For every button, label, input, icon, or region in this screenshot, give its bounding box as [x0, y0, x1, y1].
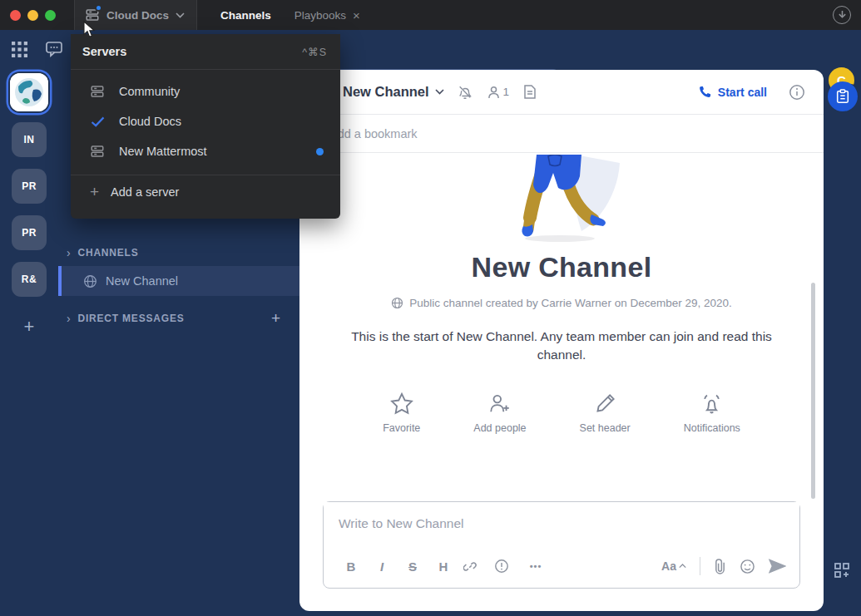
tab-channels-label: Channels: [220, 9, 271, 22]
team-tile-pr1[interactable]: PR: [12, 169, 47, 204]
menu-item-new-mattermost[interactable]: New Mattermost: [71, 136, 340, 166]
bookmark-bar[interactable]: Add a bookmark: [299, 115, 824, 153]
attach-file-button[interactable]: [714, 559, 726, 574]
menu-item-label: Cloud Docs: [119, 115, 181, 128]
tab-channels[interactable]: Channels: [220, 9, 271, 22]
formatting-toolbar: B I S H: [324, 553, 799, 579]
intro-byline-text: Public channel created by Carrie Warner …: [409, 297, 731, 309]
team-initials: PR: [22, 227, 37, 239]
emoji-button[interactable]: [740, 559, 755, 574]
dropdown-header: Servers ^⌘S: [71, 34, 340, 69]
direct-messages-section-header[interactable]: › DIRECT MESSAGES +: [67, 309, 291, 328]
link-button[interactable]: [463, 559, 485, 574]
team-initials: IN: [24, 134, 35, 145]
menu-item-label: Community: [119, 85, 180, 98]
chevron-right-icon: ›: [67, 246, 71, 259]
pencil-icon: [594, 392, 616, 415]
clipboard-icon: [835, 89, 850, 104]
channels-section-label: CHANNELS: [77, 247, 138, 259]
dm-section-label: DIRECT MESSAGES: [77, 313, 184, 324]
maximize-window-button[interactable]: [45, 10, 56, 21]
italic-button[interactable]: I: [371, 559, 393, 574]
intro-channel-title: New Channel: [299, 251, 824, 283]
notifications-button[interactable]: Notifications: [684, 392, 740, 434]
close-tab-icon[interactable]: ×: [353, 9, 360, 22]
channel-info-button[interactable]: [789, 84, 805, 101]
link-icon: [463, 559, 478, 574]
servers-dropdown-menu: Servers ^⌘S Community Cloud Docs: [71, 34, 340, 219]
playbooks-app-button[interactable]: [828, 81, 858, 111]
channel-menu-chevron-icon[interactable]: [435, 89, 444, 95]
intro-byline: Public channel created by Carrie Warner …: [299, 297, 824, 309]
menu-item-cloud-docs[interactable]: Cloud Docs: [71, 106, 340, 136]
tab-playbooks-label: Playbooks: [294, 9, 346, 22]
dropdown-shortcut: ^⌘S: [302, 46, 327, 58]
add-people-button[interactable]: Add people: [473, 392, 526, 434]
muted-bell-icon[interactable]: [458, 85, 473, 100]
downloads-button[interactable]: [833, 6, 851, 24]
chat-bubbles-icon: [43, 40, 65, 60]
strikethrough-button[interactable]: S: [402, 559, 423, 574]
server-stack-icon: [89, 84, 106, 99]
plus-icon: +: [90, 183, 99, 201]
channels-section-header[interactable]: › CHANNELS: [67, 246, 291, 259]
server-unread-dot: [95, 4, 102, 12]
exclamation-circle-icon: [494, 559, 509, 574]
set-header-button[interactable]: Set header: [580, 392, 631, 434]
team-initials: PR: [22, 180, 37, 192]
globe-icon: [83, 274, 97, 288]
pinned-files-icon[interactable]: [524, 85, 536, 99]
add-team-button[interactable]: +: [0, 316, 58, 338]
walking-legs-illustration: [299, 155, 824, 244]
app-bar: [824, 70, 861, 616]
globe-icon: [391, 297, 403, 309]
download-arrow-icon: [838, 10, 847, 20]
grid-plus-icon: [834, 562, 850, 579]
add-server-button[interactable]: + Add a server: [71, 175, 340, 209]
sidebar-item-new-channel[interactable]: New Channel: [58, 266, 299, 296]
chevron-right-icon: ›: [67, 312, 71, 325]
toggle-formatting-button[interactable]: Aa: [661, 559, 686, 573]
add-apps-button[interactable]: [834, 562, 850, 579]
team-tile-r-amp[interactable]: R&: [12, 262, 47, 297]
minimize-window-button[interactable]: [27, 10, 38, 21]
channel-members-button[interactable]: 1: [487, 86, 510, 99]
apps-grid-icon: [12, 42, 27, 57]
server-stack-icon: [89, 144, 106, 159]
start-call-button[interactable]: Start call: [699, 86, 767, 99]
team-tile-in[interactable]: IN: [12, 122, 47, 157]
team-initials: R&: [22, 274, 37, 285]
titlebar: Cloud Docs Channels Playbooks ×: [0, 0, 861, 30]
mattermost-window: Cloud Docs Channels Playbooks ×: [0, 0, 861, 616]
channel-intro: New Channel Public channel created by Ca…: [299, 153, 824, 434]
menu-item-community[interactable]: Community: [71, 76, 340, 106]
heading-button[interactable]: H: [433, 559, 454, 574]
channel-title[interactable]: New Channel: [343, 84, 429, 100]
star-icon: [390, 392, 413, 415]
add-server-label: Add a server: [111, 185, 179, 199]
check-icon: [89, 116, 106, 127]
main-content: New Channel 1: [299, 70, 824, 611]
toolbar-divider: [700, 557, 700, 575]
favorite-button[interactable]: Favorite: [383, 392, 420, 434]
chevron-up-icon: [679, 564, 686, 569]
tab-playbooks[interactable]: Playbooks ×: [294, 9, 360, 22]
menu-item-label: New Mattermost: [119, 145, 207, 158]
more-formatting-button[interactable]: •••: [525, 561, 547, 571]
paperclip-icon: [714, 559, 726, 574]
plus-icon: +: [24, 316, 35, 337]
add-dm-button[interactable]: +: [271, 309, 281, 328]
messages-button[interactable]: [43, 40, 65, 60]
member-count: 1: [503, 86, 510, 98]
priority-button[interactable]: [494, 559, 516, 574]
bold-button[interactable]: B: [340, 559, 362, 574]
team-globe-avatar[interactable]: [10, 73, 48, 111]
close-window-button[interactable]: [10, 10, 21, 21]
send-button[interactable]: [769, 559, 786, 574]
team-tile-pr2[interactable]: PR: [12, 215, 47, 250]
scrollbar[interactable]: [811, 283, 815, 499]
product-switcher-button[interactable]: [12, 42, 27, 57]
add-bookmark-label: Add a bookmark: [329, 127, 418, 140]
message-input[interactable]: [324, 502, 799, 540]
channel-name: New Channel: [106, 274, 178, 288]
